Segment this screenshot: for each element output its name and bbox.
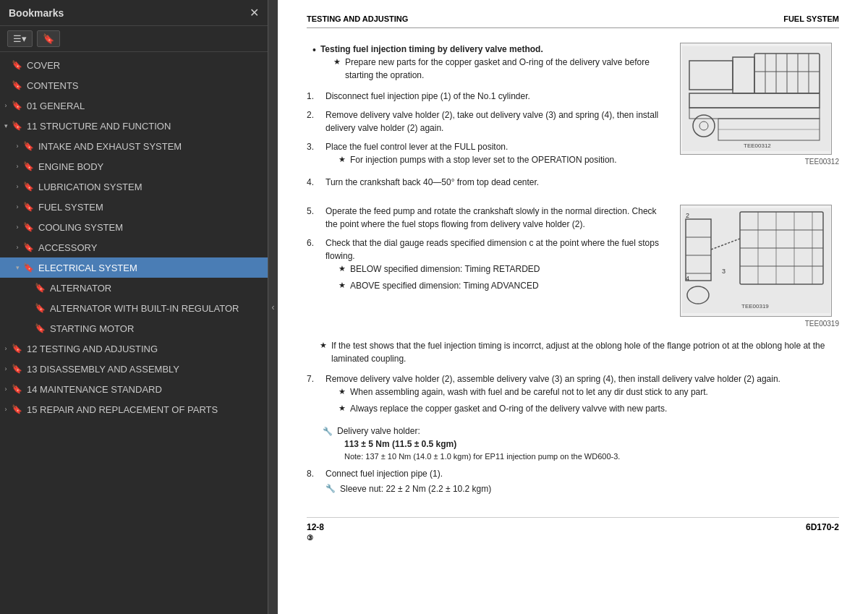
bookmark-item-15repair[interactable]: › 🔖 15 REPAIR AND REPLACEMENT OF PARTS (0, 399, 268, 419)
svg-text:3: 3 (722, 268, 726, 275)
bookmark-icon-01general: 🔖 (12, 101, 23, 111)
wrench-icon: 🔧 (323, 425, 333, 438)
svg-rect-0 (682, 46, 830, 151)
toolbar-expand-btn[interactable]: ☰▾ (7, 30, 33, 47)
bookmark-item-cooling[interactable]: › 🔖 COOLING SYSTEM (0, 217, 268, 237)
arrow-expanded-electrical[interactable]: ▾ (12, 262, 23, 273)
star-icon-6a: ★ (339, 263, 346, 276)
step-7: 7. Remove delivery valve holder (2), ass… (307, 372, 839, 419)
sidebar-title: Bookmarks (9, 7, 64, 19)
step-6-sub-1: ★ BELOW specified dimension: Timing RETA… (339, 263, 665, 276)
star-icon-1: ★ (333, 56, 341, 82)
step-text-1: Disconnect fuel injection pipe (1) of th… (326, 90, 665, 103)
step-3-sub: ★ For injection pumps with a stop lever … (339, 153, 665, 166)
bookmark-icon-lubrication: 🔖 (23, 182, 35, 192)
toolbar-bookmark-btn[interactable]: 🔖 (37, 30, 60, 47)
text-col-2: 5. Operate the feed pump and rotate the … (307, 205, 665, 329)
bookmark-item-electrical[interactable]: ▾ 🔖 ELECTRICAL SYSTEM (0, 257, 268, 278)
bookmark-item-11structure[interactable]: ▾ 🔖 11 STRUCTURE AND FUNCTION (0, 116, 268, 136)
bookmark-label-cooling: COOLING SYSTEM (38, 222, 262, 233)
bookmark-item-cover[interactable]: 🔖 COVER (0, 55, 268, 75)
bookmark-label-alternator: ALTERNATOR (50, 283, 262, 294)
bookmark-item-12testing[interactable]: › 🔖 12 TESTING AND ADJUSTING (0, 338, 268, 359)
image-1: TEE00312 (680, 43, 832, 155)
bullet-symbol: • (312, 43, 316, 85)
arrow-collapsed-13disassembly[interactable]: › (0, 363, 12, 375)
step-num-2: 2. (307, 108, 320, 135)
sidebar-header: Bookmarks ✕ (0, 0, 268, 26)
bookmark-item-13disassembly[interactable]: › 🔖 13 DISASSEMBLY AND ASSEMBLY (0, 359, 268, 379)
sidebar-collapse-handle[interactable]: ‹ (268, 0, 278, 614)
bookmark-icon-startingmotor: 🔖 (35, 323, 46, 333)
step-num-4: 4. (307, 176, 320, 189)
bookmark-label-11structure: 11 STRUCTURE AND FUNCTION (27, 121, 262, 132)
star-note: ★ If the test shows that the fuel inject… (320, 339, 839, 365)
arrow-collapsed-01general[interactable]: › (0, 100, 12, 111)
bookmark-icon-cooling: 🔖 (23, 222, 35, 232)
bookmark-item-01general[interactable]: › 🔖 01 GENERAL (0, 95, 268, 116)
bookmark-item-fuelsystem[interactable]: › 🔖 FUEL SYSTEM (0, 197, 268, 217)
image-2: 2 4 3 TEE00319 (680, 205, 832, 317)
bookmark-label-startingmotor: STARTING MOTOR (50, 323, 262, 334)
step-num-6: 6. (307, 236, 320, 296)
arrow-collapsed-14maintenance[interactable]: › (0, 383, 12, 395)
step-6: 6. Check that the dial gauge reads speci… (307, 236, 665, 296)
arrow-expanded-11structure[interactable]: ▾ (0, 120, 12, 132)
step-8-main: Connect fuel injection pipe (1). (326, 469, 443, 479)
arrow-collapsed-12testing[interactable]: › (0, 343, 12, 354)
img-col-1: TEE00312 TEE00312 (680, 43, 839, 195)
header-right: FUEL SYSTEM (783, 14, 839, 23)
wrench-icon-8: 🔧 (326, 482, 336, 495)
arrow-collapsed-accessory[interactable]: › (12, 242, 23, 253)
bookmark-label-accessory: ACCESSORY (38, 242, 262, 253)
step-text-6: Check that the dial gauge reads specifie… (326, 236, 665, 296)
step-3-star: For injection pumps with a stop lever se… (350, 153, 617, 166)
step-7-main: Remove delivery valve holder (2), assemb… (326, 374, 780, 384)
bookmark-label-14maintenance: 14 MAINTENANCE STANDARD (27, 384, 262, 395)
bullet-content: Testing fuel injection timing by deliver… (320, 43, 665, 85)
sidebar-close-button[interactable]: ✕ (250, 6, 259, 20)
svg-text:4: 4 (686, 275, 689, 282)
bookmark-item-accessory[interactable]: › 🔖 ACCESSORY (0, 237, 268, 257)
torque-note: Note: 137 ± 10 Nm (14.0 ± 1.0 kgm) for E… (344, 451, 839, 463)
arrow-collapsed-lubrication[interactable]: › (12, 181, 23, 192)
bookmark-item-intake[interactable]: › 🔖 INTAKE AND EXHAUST SYSTEM (0, 136, 268, 156)
step-7-sub-2: ★ Always replace the copper gasket and O… (339, 402, 839, 415)
image-2-caption: TEE00319 (680, 318, 839, 329)
step-num-8: 8. (307, 467, 320, 495)
arrow-none-contents (0, 80, 12, 91)
arrow-collapsed-cooling[interactable]: › (12, 221, 23, 233)
step-text-4: Turn the crankshaft back 40—50° from top… (326, 176, 665, 189)
arrow-none-alternator (23, 282, 35, 294)
bookmark-icon-enginebody: 🔖 (23, 161, 35, 171)
step-3: 3. Place the fuel control lever at the F… (307, 140, 665, 170)
bookmark-item-lubrication[interactable]: › 🔖 LUBRICATION SYSTEM (0, 176, 268, 197)
image-1-caption: TEE00312 (680, 156, 839, 167)
bookmark-icon-intake: 🔖 (23, 141, 35, 151)
step-text-5: Operate the feed pump and rotate the cra… (326, 205, 665, 231)
arrow-collapsed-intake[interactable]: › (12, 140, 23, 152)
content-body: • Testing fuel injection timing by deliv… (307, 43, 839, 495)
step-6-star-2: ABOVE specified dimension: Timing ADVANC… (350, 279, 539, 292)
bookmark-item-contents[interactable]: 🔖 CONTENTS (0, 75, 268, 95)
bookmark-item-alternatorbuilt[interactable]: 🔖 ALTERNATOR WITH BUILT-IN REGULATOR (0, 298, 268, 318)
engine-diagram-1: TEE00312 (682, 46, 830, 151)
bookmark-item-alternator[interactable]: 🔖 ALTERNATOR (0, 278, 268, 298)
bookmark-item-14maintenance[interactable]: › 🔖 14 MAINTENANCE STANDARD (0, 379, 268, 399)
arrow-collapsed-fuelsystem[interactable]: › (12, 201, 23, 213)
arrow-collapsed-enginebody[interactable]: › (12, 161, 23, 172)
header-left: TESTING AND ADJUSTING (307, 14, 408, 23)
arrow-collapsed-15repair[interactable]: › (0, 404, 12, 415)
delivery-label: Delivery valve holder: (337, 425, 420, 438)
star-note-text: If the test shows that the fuel injectio… (331, 339, 839, 365)
bookmark-icon-electrical: 🔖 (23, 263, 35, 273)
bookmark-item-enginebody[interactable]: › 🔖 ENGINE BODY (0, 156, 268, 176)
sidebar-toolbar: ☰▾ 🔖 (0, 26, 268, 52)
svg-text:TEE00319: TEE00319 (741, 303, 769, 310)
footer-sub: ③ (307, 534, 313, 542)
text-col-1: • Testing fuel injection timing by deliv… (307, 43, 665, 195)
bookmark-item-startingmotor[interactable]: 🔖 STARTING MOTOR (0, 318, 268, 338)
svg-rect-17 (682, 208, 830, 313)
bullet-main: • Testing fuel injection timing by deliv… (312, 43, 665, 85)
page-footer: 12-8 ③ 6D170-2 (307, 517, 839, 542)
